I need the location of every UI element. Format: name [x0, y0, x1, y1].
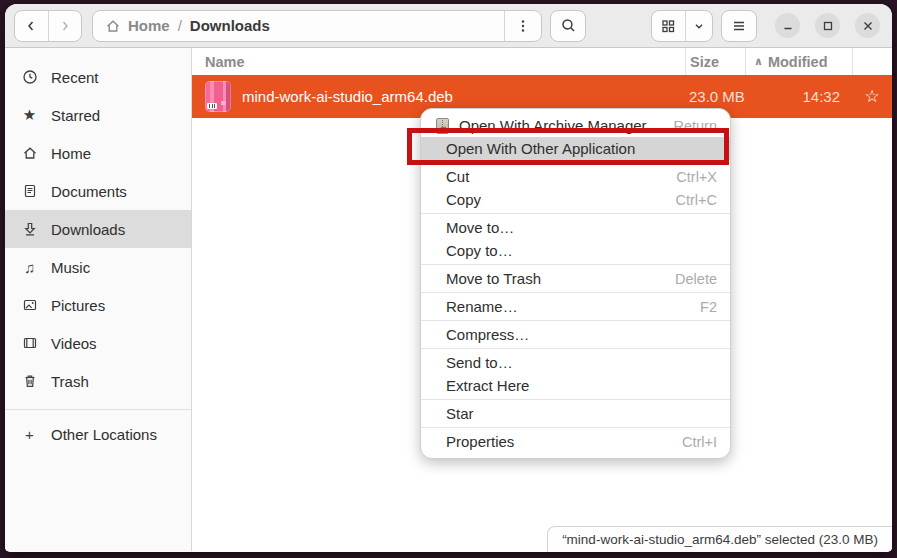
menu-item-cut[interactable]: Cut Ctrl+X	[421, 165, 730, 188]
sort-indicator-icon: ∧	[754, 55, 763, 68]
plus-icon: +	[21, 426, 38, 443]
maximize-button[interactable]	[815, 13, 840, 38]
menu-item-extract-here[interactable]: Extract Here	[421, 374, 730, 397]
menu-separator	[421, 264, 730, 265]
context-menu: Open With Archive Manager Return Open Wi…	[420, 108, 731, 459]
menu-item-label: Move to…	[446, 219, 514, 236]
menu-item-rename[interactable]: Rename… F2	[421, 295, 730, 318]
picture-icon	[21, 297, 38, 313]
window-controls	[775, 13, 880, 38]
file-name: mind-work-ai-studio_arm64.deb	[242, 88, 453, 105]
menu-item-open-with-archive-manager[interactable]: Open With Archive Manager Return	[421, 114, 730, 137]
column-header-row: Name Size ∧ Modified	[192, 48, 892, 75]
nav-button-group	[14, 10, 82, 42]
main-menu-button[interactable]	[721, 10, 757, 42]
file-modified-time: 14:32	[745, 88, 852, 105]
header-bar: Home / Downloads	[5, 4, 892, 48]
sidebar-item-music[interactable]: ♫ Music	[5, 248, 191, 286]
menu-shortcut: F2	[700, 299, 717, 315]
column-header-size[interactable]: Size	[685, 48, 745, 75]
sidebar-separator: + Other Locations	[5, 409, 191, 453]
menu-item-star[interactable]: Star	[421, 402, 730, 425]
path-bar[interactable]: Home / Downloads	[93, 11, 504, 41]
menu-shortcut: Ctrl+X	[676, 169, 717, 185]
menu-item-label: Open With Other Application	[446, 140, 635, 157]
menu-item-copy[interactable]: Copy Ctrl+C	[421, 188, 730, 211]
menu-separator	[421, 292, 730, 293]
chevron-down-icon	[692, 19, 706, 33]
menu-shortcut: Return	[673, 118, 717, 134]
sidebar-item-starred[interactable]: ★ Starred	[5, 96, 191, 134]
sidebar-item-label: Starred	[51, 107, 100, 124]
sidebar-item-label: Pictures	[51, 297, 105, 314]
file-manager-window: Home / Downloads	[5, 4, 892, 552]
clock-icon	[21, 69, 38, 85]
path-segment-home[interactable]: Home	[105, 17, 170, 34]
menu-item-move-to-trash[interactable]: Move to Trash Delete	[421, 267, 730, 290]
menu-shortcut: Ctrl+I	[682, 434, 717, 450]
deb-package-icon	[205, 81, 231, 112]
menu-item-compress[interactable]: Compress…	[421, 323, 730, 346]
close-icon	[862, 20, 874, 32]
sidebar-item-other-locations[interactable]: + Other Locations	[5, 415, 191, 453]
menu-separator	[421, 162, 730, 163]
menu-separator	[421, 399, 730, 400]
menu-item-send-to[interactable]: Send to…	[421, 351, 730, 374]
column-header-star[interactable]	[852, 48, 892, 75]
menu-shortcut: Delete	[675, 271, 717, 287]
sidebar-item-videos[interactable]: Videos	[5, 324, 191, 362]
sidebar: Recent ★ Starred Home Documents	[5, 48, 192, 551]
back-button[interactable]	[15, 11, 48, 41]
hamburger-icon	[731, 18, 747, 34]
menu-item-label: Compress…	[446, 326, 529, 343]
sidebar-item-label: Other Locations	[51, 426, 157, 443]
sidebar-item-recent[interactable]: Recent	[5, 58, 191, 96]
forward-button[interactable]	[48, 11, 81, 41]
path-bar-group: Home / Downloads	[92, 10, 542, 42]
view-options-dropdown[interactable]	[686, 11, 712, 41]
sidebar-item-trash[interactable]: Trash	[5, 362, 191, 400]
column-header-name[interactable]: Name	[192, 48, 685, 75]
sidebar-item-label: Documents	[51, 183, 127, 200]
column-header-modified[interactable]: ∧ Modified	[745, 48, 852, 75]
menu-item-label: Send to…	[446, 354, 513, 371]
minimize-button[interactable]	[775, 13, 800, 38]
menu-item-copy-to[interactable]: Copy to…	[421, 239, 730, 262]
menu-item-label: Cut	[446, 168, 469, 185]
column-header-label: Modified	[768, 54, 828, 70]
menu-separator	[421, 427, 730, 428]
menu-item-label: Star	[446, 405, 474, 422]
status-bar: “mind-work-ai-studio_arm64.deb” selected…	[547, 526, 892, 552]
grid-view-button[interactable]	[652, 11, 685, 41]
sidebar-item-documents[interactable]: Documents	[5, 172, 191, 210]
menu-item-label: Copy	[446, 191, 481, 208]
trash-icon	[21, 373, 38, 389]
menu-item-label: Extract Here	[446, 377, 529, 394]
search-button[interactable]	[550, 10, 586, 42]
menu-separator	[421, 213, 730, 214]
sidebar-item-label: Trash	[51, 373, 89, 390]
view-toggle-group	[651, 10, 713, 42]
sidebar-item-label: Music	[51, 259, 90, 276]
path-separator: /	[178, 17, 182, 34]
sidebar-item-home[interactable]: Home	[5, 134, 191, 172]
menu-item-open-with-other-application[interactable]: Open With Other Application	[421, 137, 730, 160]
home-icon	[21, 145, 38, 161]
sidebar-item-label: Videos	[51, 335, 97, 352]
forward-icon	[57, 18, 73, 34]
status-text: “mind-work-ai-studio_arm64.deb” selected…	[562, 532, 878, 547]
menu-item-properties[interactable]: Properties Ctrl+I	[421, 430, 730, 453]
star-toggle-icon[interactable]: ☆	[852, 86, 892, 107]
grid-view-icon	[660, 18, 676, 34]
kebab-icon	[515, 18, 531, 34]
sidebar-item-label: Home	[51, 145, 91, 162]
sidebar-item-downloads[interactable]: Downloads	[5, 210, 191, 248]
path-menu-button[interactable]	[505, 11, 541, 41]
menu-separator	[421, 348, 730, 349]
close-button[interactable]	[855, 13, 880, 38]
menu-item-label: Open With Archive Manager	[459, 117, 647, 134]
sidebar-item-pictures[interactable]: Pictures	[5, 286, 191, 324]
path-home-label: Home	[128, 17, 170, 34]
path-segment-current[interactable]: Downloads	[190, 17, 270, 34]
menu-item-move-to[interactable]: Move to…	[421, 216, 730, 239]
